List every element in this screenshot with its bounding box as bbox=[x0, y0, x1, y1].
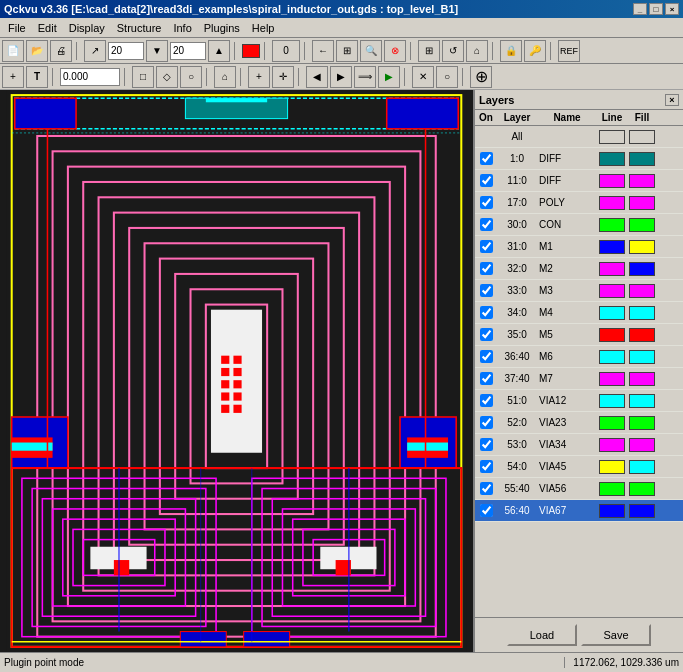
layer-checkbox-36_40[interactable] bbox=[475, 350, 497, 363]
tb-lock-btn[interactable]: 🔒 bbox=[500, 40, 522, 62]
layer-fill-color-1_0[interactable] bbox=[629, 152, 655, 166]
layer-row[interactable]: 30:0 CON bbox=[475, 214, 683, 236]
layer-fill-color-56_40[interactable] bbox=[629, 504, 655, 518]
layer-fill-color-52_0[interactable] bbox=[629, 416, 655, 430]
menu-display[interactable]: Display bbox=[63, 20, 111, 36]
menu-structure[interactable]: Structure bbox=[111, 20, 168, 36]
tb2-layer-copy[interactable]: ⟹ bbox=[354, 66, 376, 88]
menu-plugins[interactable]: Plugins bbox=[198, 20, 246, 36]
tb-zoom-down[interactable]: ▼ bbox=[146, 40, 168, 62]
layer-line-color-56_40[interactable] bbox=[599, 504, 625, 518]
tb2-poly-btn[interactable]: ◇ bbox=[156, 66, 178, 88]
layer-line-color-1_0[interactable] bbox=[599, 152, 625, 166]
layer-checkbox-30_0[interactable] bbox=[475, 218, 497, 231]
layer-fill-color-33_0[interactable] bbox=[629, 284, 655, 298]
layer-checkbox-55_40[interactable] bbox=[475, 482, 497, 495]
tb2-cursor-btn[interactable]: + bbox=[2, 66, 24, 88]
tb-zoom-up[interactable]: ▲ bbox=[208, 40, 230, 62]
layer-checkbox-31_0[interactable] bbox=[475, 240, 497, 253]
layer-checkbox-32_0[interactable] bbox=[475, 262, 497, 275]
tb-color-selector[interactable] bbox=[242, 44, 260, 58]
layer-checkbox-53_0[interactable] bbox=[475, 438, 497, 451]
layer-row[interactable]: 35:0 M5 bbox=[475, 324, 683, 346]
tb-grid-btn[interactable]: ⊞ bbox=[418, 40, 440, 62]
layer-checkbox-54_0[interactable] bbox=[475, 460, 497, 473]
tb2-circ-btn[interactable]: ○ bbox=[180, 66, 202, 88]
layer-fill-color-36_40[interactable] bbox=[629, 350, 655, 364]
layer-checkbox-52_0[interactable] bbox=[475, 416, 497, 429]
layer-row[interactable]: 17:0 POLY bbox=[475, 192, 683, 214]
tb-open-btn[interactable]: 📂 bbox=[26, 40, 48, 62]
layer-line-color-37_40[interactable] bbox=[599, 372, 625, 386]
maximize-btn[interactable]: □ bbox=[649, 3, 663, 15]
tb2-plus-btn[interactable]: + bbox=[248, 66, 270, 88]
tb-stop-btn[interactable]: ⊗ bbox=[384, 40, 406, 62]
layer-row[interactable]: 52:0 VIA23 bbox=[475, 412, 683, 434]
layer-line-color-34_0[interactable] bbox=[599, 306, 625, 320]
tb-print-btn[interactable]: 🖨 bbox=[50, 40, 72, 62]
layer-row[interactable]: 54:0 VIA45 bbox=[475, 456, 683, 478]
layout-canvas-area[interactable] bbox=[0, 90, 473, 652]
layer-line-color-32_0[interactable] bbox=[599, 262, 625, 276]
layer-line-color-11_0[interactable] bbox=[599, 174, 625, 188]
layer-fill-color-all[interactable] bbox=[629, 130, 655, 144]
layer-fill-color-11_0[interactable] bbox=[629, 174, 655, 188]
layer-line-color-33_0[interactable] bbox=[599, 284, 625, 298]
layer-line-color-53_0[interactable] bbox=[599, 438, 625, 452]
tb2-o-btn[interactable]: ○ bbox=[436, 66, 458, 88]
tb-key-btn[interactable]: 🔑 bbox=[524, 40, 546, 62]
layer-line-color-52_0[interactable] bbox=[599, 416, 625, 430]
tb-zoom-input-1[interactable] bbox=[108, 42, 144, 60]
menu-help[interactable]: Help bbox=[246, 20, 281, 36]
layer-row[interactable]: All bbox=[475, 126, 683, 148]
layer-checkbox-37_40[interactable] bbox=[475, 372, 497, 385]
tb2-layer-next[interactable]: ▶ bbox=[330, 66, 352, 88]
tb-snap-input[interactable]: 0 bbox=[272, 40, 300, 62]
tb-zoom-in[interactable]: 🔍 bbox=[360, 40, 382, 62]
layer-row[interactable]: 11:0 DIFF bbox=[475, 170, 683, 192]
layer-row[interactable]: 51:0 VIA12 bbox=[475, 390, 683, 412]
layer-fill-color-30_0[interactable] bbox=[629, 218, 655, 232]
save-button[interactable]: Save bbox=[581, 624, 651, 646]
layer-checkbox-51_0[interactable] bbox=[475, 394, 497, 407]
tb2-layer-prev[interactable]: ◀ bbox=[306, 66, 328, 88]
tb2-play-btn[interactable]: ▶ bbox=[378, 66, 400, 88]
tb-zoom-input-2[interactable] bbox=[170, 42, 206, 60]
layer-line-color-55_40[interactable] bbox=[599, 482, 625, 496]
menu-edit[interactable]: Edit bbox=[32, 20, 63, 36]
layer-fill-color-17_0[interactable] bbox=[629, 196, 655, 210]
layer-fill-color-37_40[interactable] bbox=[629, 372, 655, 386]
tb-ref-btn[interactable]: REF bbox=[558, 40, 580, 62]
layer-checkbox-33_0[interactable] bbox=[475, 284, 497, 297]
layer-fill-color-53_0[interactable] bbox=[629, 438, 655, 452]
layers-close-btn[interactable]: × bbox=[665, 94, 679, 106]
tb-select-btn[interactable]: ↗ bbox=[84, 40, 106, 62]
layer-fill-color-32_0[interactable] bbox=[629, 262, 655, 276]
layer-row[interactable]: 36:40 M6 bbox=[475, 346, 683, 368]
tb2-rect-btn[interactable]: □ bbox=[132, 66, 154, 88]
tb-refresh-btn[interactable]: ↺ bbox=[442, 40, 464, 62]
layer-line-color-30_0[interactable] bbox=[599, 218, 625, 232]
tb2-text-btn[interactable]: T bbox=[26, 66, 48, 88]
layer-checkbox-56_40[interactable] bbox=[475, 504, 497, 517]
layer-line-color-17_0[interactable] bbox=[599, 196, 625, 210]
layer-fill-color-54_0[interactable] bbox=[629, 460, 655, 474]
tb2-plus3-btn[interactable]: ⊕ bbox=[470, 66, 492, 88]
tb2-plus2-btn[interactable]: ✛ bbox=[272, 66, 294, 88]
tb2-coord-input[interactable] bbox=[60, 68, 120, 86]
layer-checkbox-1_0[interactable] bbox=[475, 152, 497, 165]
tb2-home-btn[interactable]: ⌂ bbox=[214, 66, 236, 88]
layer-checkbox-34_0[interactable] bbox=[475, 306, 497, 319]
load-button[interactable]: Load bbox=[507, 624, 577, 646]
layer-checkbox-35_0[interactable] bbox=[475, 328, 497, 341]
layer-row[interactable]: 55:40 VIA56 bbox=[475, 478, 683, 500]
layer-fill-color-51_0[interactable] bbox=[629, 394, 655, 408]
layer-row[interactable]: 32:0 M2 bbox=[475, 258, 683, 280]
layer-fill-color-55_40[interactable] bbox=[629, 482, 655, 496]
layer-row[interactable]: 34:0 M4 bbox=[475, 302, 683, 324]
layer-row[interactable]: 37:40 M7 bbox=[475, 368, 683, 390]
tb-arrow-left[interactable]: ← bbox=[312, 40, 334, 62]
layer-row[interactable]: 31:0 M1 bbox=[475, 236, 683, 258]
tb2-x-btn[interactable]: ✕ bbox=[412, 66, 434, 88]
layer-line-color-51_0[interactable] bbox=[599, 394, 625, 408]
